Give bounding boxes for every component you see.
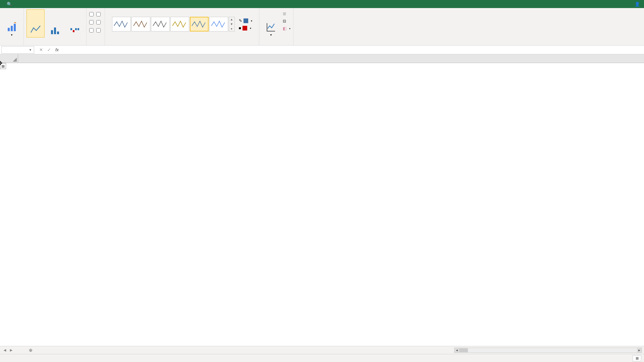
svg-rect-7 [73,30,74,32]
type-winloss-button[interactable] [65,9,84,38]
svg-rect-1 [11,26,13,31]
sparkline-2018 [0,63,101,113]
edit-data-icon [6,22,17,33]
style-3[interactable] [151,17,170,32]
group-sparkline: ▼ [0,8,24,45]
axis-icon [266,22,276,33]
ribbon: ▼ [0,8,644,46]
chevron-down-icon[interactable]: ▼ [29,48,32,52]
marker-icon: ■ [239,26,241,31]
select-all-corner[interactable] [0,54,18,63]
view-normal-button[interactable]: ▦ [633,355,641,361]
group-type [24,8,87,45]
status-bar: ▦ [0,354,644,362]
grid-area[interactable]: ▦ ✥ [0,54,644,346]
style-5[interactable] [190,17,209,32]
group-show [87,8,105,45]
sheet-tab-bar: ◄► ⊕ ◄► [0,346,644,354]
winloss-icon [69,25,80,36]
chk-last[interactable] [96,18,102,26]
style-gallery: ▲▼▾ [112,17,235,32]
marker-color-button[interactable]: ■ ▾ [239,24,252,32]
edit-data-button[interactable]: ▼ [3,9,21,38]
ungroup-icon: ⊟ [283,19,286,23]
group-style: ▲▼▾ ✎ ▾ ■ ▾ [105,8,259,45]
tell-me-search[interactable]: 🔍 [7,2,13,7]
cancel-formula-button[interactable]: ✕ [37,46,45,54]
group-group: ▼ ⊞ ⊟ ◧ ▾ [259,8,293,45]
line-icon [30,24,41,35]
style-more[interactable]: ▲▼▾ [229,17,235,32]
titlebar: 🔍 👤 [0,0,644,8]
accept-formula-button[interactable]: ✓ [45,46,53,54]
sparkline-2019 [0,63,101,113]
type-line-button[interactable] [26,9,45,38]
eraser-icon: ◧ [283,26,286,31]
horizontal-scrollbar[interactable]: ◄► [454,348,642,353]
style-1[interactable] [112,17,131,32]
svg-rect-0 [8,28,10,31]
clear-button[interactable]: ◧ ▾ [283,25,290,32]
chk-low[interactable] [89,18,95,26]
svg-rect-2 [14,24,16,31]
chevron-down-icon: ▼ [10,34,13,37]
chk-first[interactable] [96,10,102,18]
type-column-button[interactable] [46,9,64,38]
sparkline-color-button[interactable]: ✎ ▾ [239,17,252,24]
share-icon: 👤 [635,2,640,7]
ungroup-button[interactable]: ⊟ [283,17,290,25]
add-sheet-button[interactable]: ⊕ [27,348,34,353]
quick-analysis-button[interactable]: ▦ [0,63,6,69]
fx-button[interactable]: fx [53,46,61,54]
group-button: ⊞ [283,10,290,17]
chk-neg[interactable] [89,26,95,34]
chk-high[interactable] [89,10,95,18]
svg-rect-8 [75,28,77,30]
column-icon [50,25,60,36]
style-6[interactable] [209,17,228,32]
sparkline-2017 [0,63,101,113]
style-4[interactable] [170,17,189,32]
svg-rect-6 [70,28,72,30]
name-box[interactable]: ▼ [1,46,34,54]
svg-rect-4 [54,27,56,34]
group-icon: ⊞ [283,11,286,16]
share-button[interactable]: 👤 [635,2,641,7]
style-2[interactable] [131,17,150,32]
svg-rect-5 [57,32,59,34]
axis-button[interactable]: ▼ [262,9,280,38]
chevron-down-icon: ▼ [270,34,272,37]
pen-icon: ✎ [239,18,242,23]
formula-input[interactable] [62,46,644,54]
svg-rect-9 [77,28,79,30]
formula-bar: ▼ ✕ ✓ fx [0,46,644,54]
sheet-nav[interactable]: ◄► [0,348,27,353]
search-icon: 🔍 [7,2,12,7]
svg-rect-3 [51,30,53,34]
chk-markers[interactable] [96,26,102,34]
